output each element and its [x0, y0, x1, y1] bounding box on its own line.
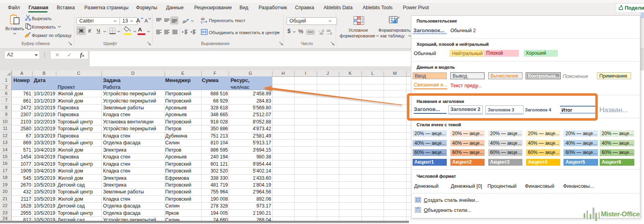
svg-text:→.0: →.0	[326, 32, 332, 35]
svg-text:.00: .00	[319, 32, 324, 35]
